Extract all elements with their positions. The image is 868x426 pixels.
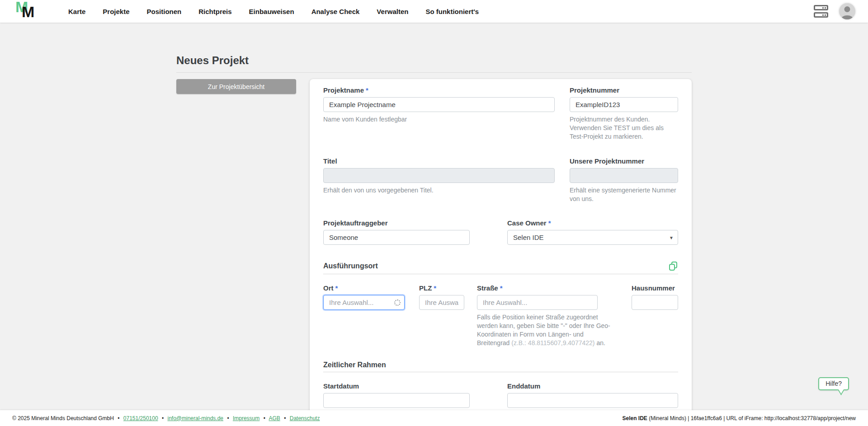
- plz-input[interactable]: [419, 295, 464, 310]
- projektauftraggeber-input[interactable]: [323, 230, 470, 245]
- projektname-helper: Name vom Kunden festlegbar: [323, 115, 555, 124]
- field-projektname: Projektname* Name vom Kunden festlegbar: [323, 86, 555, 141]
- field-projektnummer: Projektnummer Projektnummer des Kunden. …: [570, 86, 678, 141]
- field-startdatum: Startdatum: [323, 382, 492, 408]
- titel-helper: Erhält den von uns vorgegebenen Titel.: [323, 186, 555, 195]
- copy-icon[interactable]: [668, 261, 678, 271]
- strasse-label: Straße*: [477, 284, 616, 292]
- required-asterisk: *: [366, 86, 368, 94]
- titel-input: [323, 168, 555, 183]
- field-case-owner: Case Owner* Selen IDE ▼: [507, 219, 678, 245]
- footer-link-email[interactable]: info@mineral-minds.de: [167, 415, 223, 421]
- strasse-helper: Falls die Position keiner Straße zugeord…: [477, 313, 616, 347]
- section-title-zeitlicher-rahmen: Zeitlicher Rahmen: [323, 361, 386, 369]
- footer-link-phone[interactable]: 07151/250100: [123, 415, 158, 421]
- case-owner-selected-value: Selen IDE: [513, 234, 544, 241]
- nav-item-richtpreis[interactable]: Richtpreis: [190, 8, 240, 15]
- help-button[interactable]: Hilfe?: [818, 377, 849, 390]
- help-button-label: Hilfe?: [826, 380, 842, 387]
- hausnummer-input[interactable]: [632, 295, 678, 310]
- field-unsere-projektnummer: Unsere Projektnummer Erhält eine systemg…: [570, 157, 678, 203]
- section-divider: [323, 274, 678, 274]
- projektnummer-input[interactable]: [570, 97, 678, 112]
- footer-user-name: Selen IDE: [623, 415, 647, 421]
- enddatum-label: Enddatum: [507, 382, 678, 390]
- required-asterisk: *: [335, 284, 338, 292]
- server-icon[interactable]: [814, 5, 828, 18]
- nav-item-so-funktionierts[interactable]: So funktioniert's: [417, 8, 487, 15]
- footer-link-agb[interactable]: AGB: [269, 415, 280, 421]
- footer: © 2025 Mineral Minds Deutschland GmbH • …: [0, 410, 868, 426]
- footer-session-info: Selen IDE (Mineral Minds) | 16fae1ffc6a6…: [623, 415, 856, 421]
- back-to-project-overview-button[interactable]: Zur Projektübersicht: [176, 79, 296, 94]
- footer-link-impressum[interactable]: Impressum: [233, 415, 259, 421]
- section-divider: [323, 372, 678, 372]
- ort-label: Ort*: [323, 284, 405, 292]
- mineral-minds-logo[interactable]: M M: [11, 0, 47, 23]
- page-content: Neues Projekt Zur Projektübersicht Proje…: [176, 23, 692, 426]
- nav-item-analyse-check[interactable]: Analyse Check: [303, 8, 368, 15]
- footer-session-details: (Mineral Minds) | 16fae1ffc6a6 | URL of …: [647, 415, 856, 421]
- field-enddatum: Enddatum: [507, 382, 678, 408]
- case-owner-select[interactable]: Selen IDE ▼: [507, 230, 678, 245]
- title-divider: [176, 72, 692, 73]
- plz-label: PLZ*: [419, 284, 464, 292]
- user-avatar-icon[interactable]: [839, 3, 855, 19]
- logo-black-m: M: [22, 3, 34, 21]
- startdatum-label: Startdatum: [323, 382, 492, 390]
- hausnummer-label: Hausnummer: [632, 284, 678, 292]
- projektnummer-label: Projektnummer: [570, 86, 678, 94]
- ort-input[interactable]: [323, 295, 405, 310]
- copyright-text: © 2025 Mineral Minds Deutschland GmbH: [12, 415, 114, 421]
- projektname-input[interactable]: [323, 97, 555, 112]
- unsere-projektnummer-helper: Erhält eine systemgenerierte Nummer von …: [570, 186, 678, 203]
- footer-link-datenschutz[interactable]: Datenschutz: [290, 415, 320, 421]
- nav-item-projekte[interactable]: Projekte: [94, 8, 138, 15]
- footer-left: © 2025 Mineral Minds Deutschland GmbH • …: [12, 415, 320, 421]
- nav-item-positionen[interactable]: Positionen: [138, 8, 190, 15]
- strasse-input[interactable]: [477, 295, 598, 310]
- unsere-projektnummer-label: Unsere Projektnummer: [570, 157, 678, 165]
- server-icon-row: [814, 5, 828, 10]
- section-title-ausfuehrungsort: Ausführungsort: [323, 262, 378, 270]
- top-navigation-bar: M M Karte Projekte Positionen Richtpreis…: [0, 0, 868, 23]
- page-title: Neues Projekt: [176, 54, 692, 67]
- field-projektauftraggeber: Projektauftraggeber: [323, 219, 492, 245]
- projektname-label: Projektname*: [323, 86, 555, 94]
- loading-spinner-icon: [394, 300, 401, 306]
- field-plz: PLZ*: [419, 284, 464, 347]
- projektnummer-helper: Projektnummer des Kunden. Verwenden Sie …: [570, 115, 678, 141]
- field-titel: Titel Erhält den von uns vorgegebenen Ti…: [323, 157, 555, 203]
- titel-label: Titel: [323, 157, 555, 165]
- enddatum-input[interactable]: [507, 393, 678, 408]
- nav-item-einbauweisen[interactable]: Einbauweisen: [241, 8, 303, 15]
- field-hausnummer: Hausnummer: [632, 284, 678, 347]
- required-asterisk: *: [500, 284, 503, 292]
- field-ort: Ort*: [323, 284, 405, 347]
- projektauftraggeber-label: Projektauftraggeber: [323, 219, 492, 227]
- nav-item-verwalten[interactable]: Verwalten: [368, 8, 417, 15]
- startdatum-input[interactable]: [323, 393, 470, 408]
- field-strasse: Straße* Falls die Position keiner Straße…: [477, 284, 616, 347]
- required-asterisk: *: [434, 284, 436, 292]
- unsere-projektnummer-input: [570, 168, 678, 183]
- case-owner-label: Case Owner*: [507, 219, 678, 227]
- nav-item-karte[interactable]: Karte: [60, 8, 94, 15]
- main-nav: Karte Projekte Positionen Richtpreis Ein…: [60, 8, 487, 15]
- required-asterisk: *: [548, 219, 551, 227]
- server-icon-row: [814, 12, 828, 18]
- project-form-card: Projektname* Name vom Kunden festlegbar …: [310, 79, 692, 421]
- chevron-down-icon: ▼: [669, 235, 674, 240]
